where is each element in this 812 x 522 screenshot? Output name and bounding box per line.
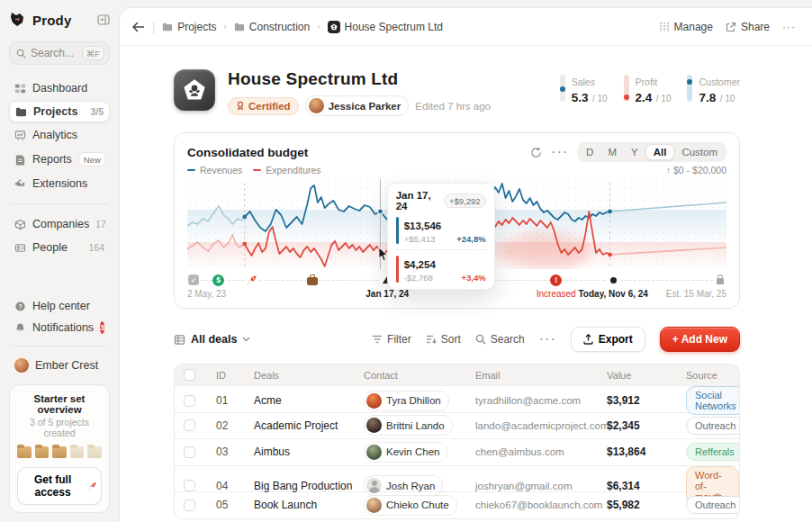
export-icon <box>583 334 593 345</box>
row-checkbox[interactable] <box>184 395 195 407</box>
row-checkbox[interactable] <box>184 446 195 458</box>
table-row[interactable]: 03 Aimbus Kevin Chen chen@aimbus.com $13… <box>175 438 739 465</box>
puzzle-icon <box>14 178 26 190</box>
contact-avatar <box>366 498 382 513</box>
sidebar-item-extensions[interactable]: Extensions <box>9 173 110 194</box>
owner-avatar <box>309 98 324 113</box>
table-row[interactable]: 05 Book Launch Chieko Chute chieko67@boo… <box>175 491 739 518</box>
sidebar-item-help-center[interactable]: ? Help center <box>9 295 110 317</box>
sidebar-item-user-profile[interactable]: Ember Crest <box>9 354 110 377</box>
sidebar-item-reports[interactable]: Reports New <box>9 148 110 171</box>
chart-more-button[interactable]: ··· <box>551 144 568 160</box>
export-button[interactable]: Export <box>571 327 645 352</box>
starter-title: Starter set overview <box>17 393 102 415</box>
milestone-check-icon[interactable]: ✓ <box>187 274 200 286</box>
table-row[interactable]: 02 Academic Project Brittni Lando lando@… <box>175 412 739 439</box>
manage-icon <box>659 22 670 32</box>
milestone-briefcase-icon[interactable] <box>306 274 319 286</box>
source-badge: Outreach <box>686 417 740 435</box>
range-custom[interactable]: Custom <box>674 144 725 160</box>
manage-button[interactable]: Manage <box>659 21 713 33</box>
customer-slider <box>687 75 692 102</box>
range-d[interactable]: D <box>579 144 600 160</box>
legend-revenues: Revenues <box>187 165 242 176</box>
sidebar-item-people[interactable]: People 164 <box>9 237 110 258</box>
contact-pill[interactable]: Chieko Chute <box>364 495 457 516</box>
timeline-start-label: 2 May, 23 <box>187 289 226 299</box>
source-badge: Outreach <box>686 496 740 514</box>
folder-filled-icon <box>35 446 50 458</box>
sidebar-item-projects[interactable]: Projects 3/5 <box>9 101 110 122</box>
metric-sales: Sales 5.3 / 10 <box>560 73 608 105</box>
tooltip-date: Jan 17, 24 <box>396 190 444 212</box>
budget-chart-plot[interactable]: Jan 17, 24 +$9,292 $13,546 +$5,413+24,8% <box>187 179 726 269</box>
companies-count: 17 <box>95 219 106 230</box>
range-y[interactable]: Y <box>624 144 645 160</box>
contact-pill[interactable]: Brittni Lando <box>364 415 453 436</box>
help-icon: ? <box>14 301 26 312</box>
sidebar-item-companies[interactable]: Companies 17 <box>9 213 110 235</box>
project-logo <box>174 69 215 111</box>
source-badge: Refferals <box>686 443 740 461</box>
legend-expenditures: Expenditures <box>253 165 320 176</box>
select-all-checkbox[interactable] <box>184 369 195 381</box>
table-header-row: ID Deals Contact Email Value Source <box>175 364 739 385</box>
search-placeholder: Search... <box>31 47 77 59</box>
certified-badge: Certified <box>228 97 299 115</box>
sidebar-divider <box>11 203 108 204</box>
contact-avatar <box>366 393 382 409</box>
sidebar-item-dashboard[interactable]: Dashboard <box>9 77 110 99</box>
score-metrics: Sales 5.3 / 10 Profit 2.4 / 10 Customer … <box>560 69 740 105</box>
row-checkbox[interactable] <box>184 419 195 431</box>
view-selector[interactable]: All deals <box>174 333 250 346</box>
search-shortcut: ⌘F <box>82 46 104 60</box>
chevron-down-icon <box>242 337 250 342</box>
milestone-rocket-icon[interactable] <box>246 274 258 286</box>
breadcrumb-construction[interactable]: Construction <box>234 21 310 33</box>
deals-table: ID Deals Contact Email Value Source 01 A… <box>174 364 740 519</box>
toolbar-more-button[interactable]: ··· <box>539 331 556 347</box>
range-segmented-control: D M Y All Custom <box>577 142 726 162</box>
row-checkbox[interactable] <box>184 500 195 511</box>
contact-pill[interactable]: Kevin Chen <box>364 442 447 463</box>
back-arrow-icon[interactable] <box>132 22 145 32</box>
search-button[interactable]: Search <box>475 333 525 346</box>
range-m[interactable]: M <box>600 144 624 160</box>
mouse-cursor-icon <box>378 248 389 262</box>
medal-icon <box>236 101 245 111</box>
share-button[interactable]: Share <box>726 21 770 33</box>
range-all-selected[interactable]: All <box>645 144 675 160</box>
sort-button[interactable]: Sort <box>426 333 461 346</box>
owner-pill[interactable]: Jessica Parker <box>305 95 410 116</box>
milestone-money-icon[interactable]: $ <box>212 274 225 286</box>
contact-pill[interactable]: Josh Ryan <box>364 475 443 496</box>
filter-icon <box>372 335 383 344</box>
refresh-icon[interactable] <box>530 147 542 158</box>
tooltip-revenue-row: $13,546 +$5,413+24,8% <box>396 217 486 244</box>
increased-alert-icon[interactable]: ! <box>550 274 563 286</box>
notifications-count-badge: 3 <box>100 321 104 334</box>
timeline-increased-label: Increased <box>537 289 576 299</box>
sidebar-item-notifications[interactable]: Notifications 3 <box>9 317 110 338</box>
metric-profit: Profit 2.4 / 10 <box>624 73 672 105</box>
topbar: | Projects › Construction › House Spectr… <box>120 8 812 46</box>
sidebar-collapse-icon[interactable] <box>97 14 110 26</box>
folder-icon <box>15 106 27 118</box>
sidebar-item-analytics[interactable]: Analytics <box>9 124 110 146</box>
more-options-button[interactable]: ··· <box>782 21 796 33</box>
breadcrumb-current-page[interactable]: House Spectrum Ltd <box>328 21 443 33</box>
contact-pill[interactable]: Tyra Dhillon <box>364 391 449 411</box>
table-row[interactable]: 01 Acme Tyra Dhillon tyradhillon@acme.co… <box>175 385 739 412</box>
breadcrumb-projects[interactable]: Projects <box>162 21 216 33</box>
dashboard-icon <box>14 83 26 94</box>
search-input[interactable]: Search... ⌘F <box>9 41 110 65</box>
today-marker-icon[interactable] <box>607 274 619 286</box>
filter-button[interactable]: Filter <box>372 333 411 346</box>
prody-logo-icon <box>9 11 27 29</box>
table-row[interactable]: 04 Big Bang Production Josh Ryan joshrya… <box>175 465 739 492</box>
add-new-button[interactable]: + Add New <box>660 327 740 352</box>
get-full-access-button[interactable]: Get full access <box>17 467 102 505</box>
svg-text:?: ? <box>18 302 22 309</box>
chart-legend: Revenues Expenditures <box>187 165 666 176</box>
row-checkbox[interactable] <box>184 480 195 491</box>
